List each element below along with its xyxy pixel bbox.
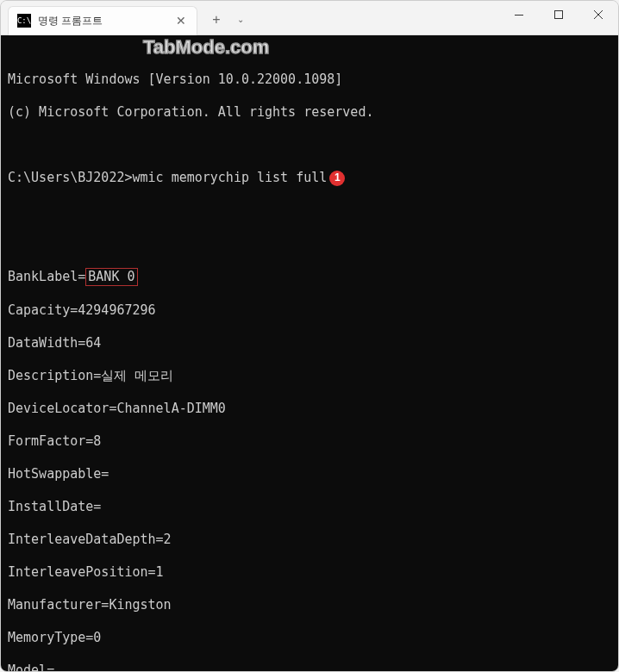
copyright-line: (c) Microsoft Corporation. All rights re…: [8, 104, 611, 121]
close-tab-icon[interactable]: ✕: [174, 14, 188, 28]
maximize-button[interactable]: [539, 1, 578, 28]
output-line: InterleavePosition=1: [8, 564, 611, 581]
output-line: Capacity=4294967296: [8, 302, 611, 319]
command-text: wmic memorychip list full: [133, 170, 328, 185]
watermark-text: TabMode.com: [143, 39, 269, 55]
output-line: Manufacturer=Kingston: [8, 597, 611, 613]
blank-line: [8, 137, 611, 153]
output-line: BankLabel=BANK 0: [8, 268, 611, 286]
output-line: DataWidth=64: [8, 335, 611, 352]
output-line: FormFactor=8: [8, 433, 611, 450]
output-line: InstallDate=: [8, 499, 611, 515]
output-line: Description=실제 메모리: [8, 368, 611, 384]
close-button[interactable]: [578, 1, 618, 28]
banklabel-key: BankLabel=: [8, 269, 85, 284]
blank-line: [8, 202, 611, 219]
cmd-icon: C:\: [17, 14, 31, 28]
tab-active[interactable]: C:\ 명령 프롬프트 ✕: [8, 6, 197, 35]
output-line: MemoryType=0: [8, 630, 611, 646]
tab-title: 명령 프롬프트: [38, 14, 174, 28]
output-line: Model=: [8, 663, 611, 671]
minimize-button[interactable]: [499, 1, 539, 28]
blank-line: [8, 235, 611, 252]
new-tab-button[interactable]: +: [204, 8, 228, 32]
svg-rect-1: [555, 11, 563, 19]
banklabel-highlight: BANK 0: [85, 268, 137, 286]
output-line: InterleaveDataDepth=2: [8, 532, 611, 548]
output-line: DeviceLocator=ChannelA-DIMM0: [8, 401, 611, 417]
output-line: HotSwappable=: [8, 466, 611, 482]
prompt: C:\Users\BJ2022>: [8, 170, 133, 185]
window-controls: [499, 1, 618, 28]
title-bar: C:\ 명령 프롬프트 ✕ + ⌄: [1, 1, 618, 35]
svg-rect-0: [515, 15, 523, 16]
header-line: Microsoft Windows [Version 10.0.22000.10…: [8, 72, 611, 88]
marker-badge: 1: [329, 171, 345, 186]
terminal-output[interactable]: TabMode.com Microsoft Windows [Version 1…: [1, 35, 618, 671]
prompt-line: C:\Users\BJ2022>wmic memorychip list ful…: [8, 170, 611, 186]
tab-dropdown-icon[interactable]: ⌄: [232, 8, 249, 32]
